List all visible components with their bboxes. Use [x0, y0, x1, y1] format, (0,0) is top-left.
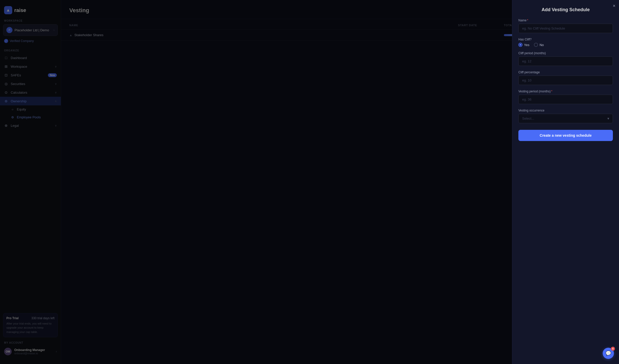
name-label: Name *: [518, 19, 613, 22]
has-cliff-label: Has Cliff?: [518, 38, 613, 41]
has-cliff-field: Has Cliff? Yes No: [518, 38, 613, 47]
vesting-occurrence-field: Vesting occurrence Select... Monthly Qua…: [518, 109, 613, 123]
cliff-period-label: Cliff period (months): [518, 51, 613, 55]
vesting-occurrence-select[interactable]: Select... Monthly Quarterly Annually: [518, 114, 613, 123]
cliff-yes-radio[interactable]: [518, 43, 522, 47]
cliff-percentage-field: Cliff percentage: [518, 71, 613, 85]
chat-badge: 8: [611, 347, 615, 351]
chat-bubble[interactable]: 💬 8: [603, 348, 614, 359]
chat-icon: 💬: [605, 351, 611, 356]
cliff-no-radio[interactable]: [534, 43, 538, 47]
cliff-percentage-label: Cliff percentage: [518, 71, 613, 74]
vesting-period-field: Vesting period (months) *: [518, 90, 613, 104]
vesting-occurrence-label: Vesting occurrence: [518, 109, 613, 112]
cliff-yes-label: Yes: [524, 43, 529, 47]
add-vesting-modal: × Add Vesting Schedule Name * Has Cliff?…: [512, 0, 619, 364]
cliff-no-label: No: [540, 43, 544, 47]
name-input[interactable]: [518, 24, 613, 33]
required-indicator: *: [551, 90, 553, 93]
create-vesting-button[interactable]: Create a new vesting schedule: [518, 130, 613, 141]
vesting-period-input[interactable]: [518, 95, 613, 104]
close-button[interactable]: ×: [613, 4, 615, 8]
required-indicator: *: [527, 19, 528, 22]
name-field: Name *: [518, 19, 613, 33]
vesting-occurrence-select-wrapper: Select... Monthly Quarterly Annually ▼: [518, 114, 613, 123]
cliff-percentage-input[interactable]: [518, 76, 613, 85]
cliff-period-field: Cliff period (months): [518, 51, 613, 66]
cliff-no-option[interactable]: No: [534, 43, 544, 47]
cliff-yes-option[interactable]: Yes: [518, 43, 529, 47]
cliff-radio-group: Yes No: [518, 43, 613, 47]
modal-title: Add Vesting Schedule: [518, 7, 613, 12]
cliff-period-input[interactable]: [518, 57, 613, 66]
vesting-period-label: Vesting period (months) *: [518, 90, 613, 93]
